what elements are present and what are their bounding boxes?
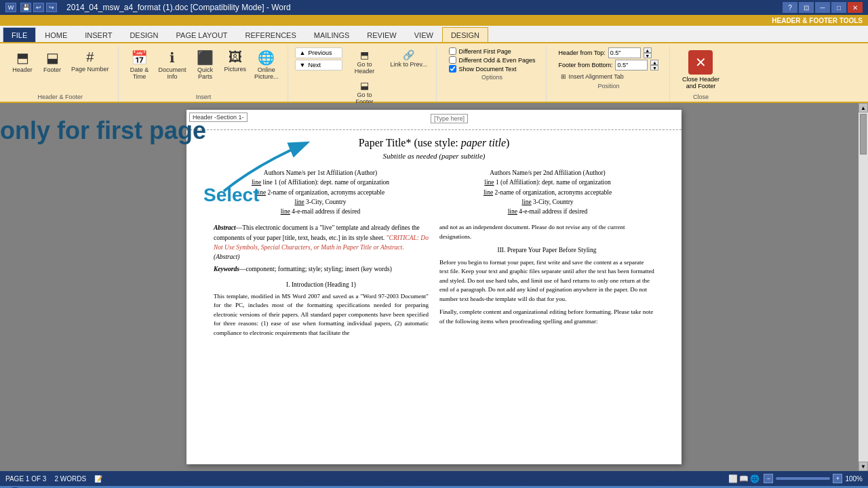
tab-page-layout[interactable]: PAGE LAYOUT: [167, 27, 237, 42]
ribbon-group-options: Different First Page Different Odd & Eve…: [438, 46, 547, 102]
footer-spinner-down[interactable]: ▼: [650, 65, 658, 70]
header-spinners: ▲ ▼: [644, 47, 652, 58]
close-header-label: Close Headerand Footer: [682, 76, 719, 89]
goto-header-label: Go toHeader: [355, 61, 375, 75]
zoom-controls: − + 100%: [764, 474, 863, 483]
undo-icon[interactable]: ↩: [33, 3, 44, 12]
paper-title: Paper Title* (use style: paper title): [214, 137, 654, 149]
header-spinner-down[interactable]: ▼: [644, 53, 652, 58]
section3-heading: III. Prepare Your Paper Before Styling: [439, 245, 654, 255]
tab-insert[interactable]: INSERT: [76, 27, 121, 42]
two-column-section: Abstract—This electronic document is a "…: [214, 223, 654, 338]
show-doc-text-label: Show Document Text: [459, 66, 517, 73]
alignment-icon: ⊞: [561, 73, 566, 80]
tab-review[interactable]: REVIEW: [358, 27, 405, 42]
tab-design-active[interactable]: DESIGN: [442, 27, 488, 42]
quick-parts-button[interactable]: ⬛ QuickParts: [191, 47, 220, 82]
tab-design[interactable]: DESIGN: [121, 27, 167, 42]
document-info-button[interactable]: ℹ DocumentInfo: [155, 47, 190, 82]
diff-odd-even-option[interactable]: Different Odd & Even Pages: [449, 56, 536, 64]
word-icon[interactable]: W: [5, 3, 16, 12]
author1-line1-text: line 1 (of Affiliation): dept. name of o…: [263, 179, 389, 186]
zoom-in-button[interactable]: +: [833, 474, 842, 483]
ribbon-display-btn[interactable]: ⊡: [799, 2, 814, 13]
scroll-thumb[interactable]: [860, 114, 867, 155]
save-icon[interactable]: 💾: [20, 3, 31, 12]
insert-alignment-tab-button[interactable]: ⊞ Insert Alignment Tab: [558, 72, 658, 81]
section1-text: This template, modified in MS Word 2007 …: [214, 292, 429, 338]
section1-heading-text: I. Introduction (Heading 1): [286, 281, 356, 288]
web-layout-btn[interactable]: 🌐: [750, 474, 760, 483]
close-header-footer-button[interactable]: ✕ Close Headerand Footer: [677, 47, 725, 92]
help-btn[interactable]: ?: [783, 2, 797, 13]
tab-view[interactable]: VIEW: [406, 27, 442, 42]
footer-button[interactable]: ⬓ Footer: [38, 47, 66, 75]
scroll-up-button[interactable]: ▲: [859, 103, 868, 113]
pictures-button[interactable]: 🖼 Pictures: [221, 47, 250, 75]
tab-mailings[interactable]: MAILINGS: [305, 27, 359, 42]
close-btn[interactable]: ✕: [848, 2, 863, 13]
prev-arrow-icon: ▲: [300, 49, 306, 56]
footer-spinner-up[interactable]: ▲: [650, 60, 658, 65]
vertical-scrollbar[interactable]: ▲ ▼: [859, 103, 868, 471]
status-left: PAGE 1 OF 3 2 WORDS 📝: [5, 475, 102, 483]
view-buttons: ⬜ 📖 🌐: [728, 474, 760, 483]
tab-references[interactable]: REFERENCES: [237, 27, 305, 42]
header-icon: ⬒: [16, 49, 29, 66]
show-doc-text-option[interactable]: Show Document Text: [449, 65, 536, 73]
keywords-paragraph: Keywords—component; formatting; style; s…: [214, 264, 429, 274]
header-footer-group-label: Header & Footer: [37, 94, 83, 100]
redo-icon[interactable]: ↪: [46, 3, 57, 12]
author1-line4: line 4-e-mail address if desired: [214, 207, 427, 216]
nav-prev-next: ▲ Previous ▼ Next: [295, 47, 342, 107]
header-from-top-label: Header from Top:: [558, 49, 605, 56]
title-bar-left: W 💾 ↩ ↪ 2014_04_msw_a4_format (1).doc [C…: [5, 3, 291, 12]
read-mode-btn[interactable]: 📖: [739, 474, 749, 483]
minimize-btn[interactable]: ─: [815, 2, 830, 13]
right-column: and not as an independent document. Plea…: [439, 223, 654, 338]
section1-heading: I. Introduction (Heading 1): [214, 280, 429, 289]
zoom-out-button[interactable]: −: [764, 474, 773, 483]
diff-first-page-checkbox[interactable]: [449, 47, 456, 55]
online-pictures-button[interactable]: 🌐 OnlinePicture...: [251, 47, 282, 82]
abstract-section: Abstract—This electronic document is a "…: [214, 223, 429, 274]
footer-from-bottom-input[interactable]: [615, 60, 648, 70]
date-time-button[interactable]: 📅 Date &Time: [125, 47, 154, 82]
ribbon-group-header-footer: ⬒ Header ⬓ Footer # Page Number Header &…: [3, 46, 119, 102]
author1-line1: line line 1 (of Affiliation): dept. name…: [214, 178, 427, 187]
footer-spinners: ▲ ▼: [650, 60, 658, 70]
show-doc-text-checkbox[interactable]: [449, 65, 456, 73]
previous-label: Previous: [309, 49, 332, 56]
author2-line2-underline: line: [484, 189, 493, 196]
page-header[interactable]: Header -Section 1- [Type here]: [186, 110, 682, 130]
page-number-button[interactable]: # Page Number: [68, 47, 113, 75]
goto-header-button[interactable]: ⬒ Go toHeader: [348, 47, 382, 77]
keywords-label: Keywords: [214, 266, 239, 272]
header-spinner-up[interactable]: ▲: [644, 47, 652, 53]
scroll-down-button[interactable]: ▼: [859, 462, 868, 471]
type-here-placeholder[interactable]: [Type here]: [431, 114, 468, 123]
tab-home[interactable]: HOME: [36, 27, 76, 42]
footer-from-bottom-label: Footer from Bottom:: [558, 62, 612, 68]
header-from-top-input[interactable]: [608, 47, 641, 58]
maximize-btn[interactable]: □: [831, 2, 846, 13]
author2-line4: line 4-e-mail address if desired: [441, 207, 654, 216]
page-info: PAGE 1 OF 3: [5, 475, 46, 483]
next-label: Next: [309, 62, 321, 68]
previous-button[interactable]: ▲ Previous: [295, 47, 342, 58]
paper-title-text: Paper Title* (use style:: [359, 137, 461, 148]
tab-file[interactable]: FILE: [3, 27, 36, 42]
link-to-prev-button[interactable]: 🔗 Link to Prev...: [387, 47, 431, 107]
header-label: Header: [12, 66, 33, 73]
diff-odd-even-checkbox[interactable]: [449, 56, 456, 64]
diff-first-page-option[interactable]: Different First Page: [449, 47, 536, 55]
page-body: Paper Title* (use style: paper title) Su…: [186, 130, 682, 344]
zoom-slider[interactable]: [776, 477, 830, 480]
next-button[interactable]: ▼ Next: [295, 60, 342, 70]
section3-heading-text: III. Prepare Your Paper Before Styling: [498, 247, 597, 253]
author2-line2-text: 2-name of organization, acronyms accepta…: [495, 189, 612, 196]
pictures-label: Pictures: [224, 66, 247, 73]
header-button[interactable]: ⬒ Header: [8, 47, 37, 75]
author2-line1-underline: line: [484, 179, 494, 186]
print-layout-btn[interactable]: ⬜: [728, 474, 738, 483]
